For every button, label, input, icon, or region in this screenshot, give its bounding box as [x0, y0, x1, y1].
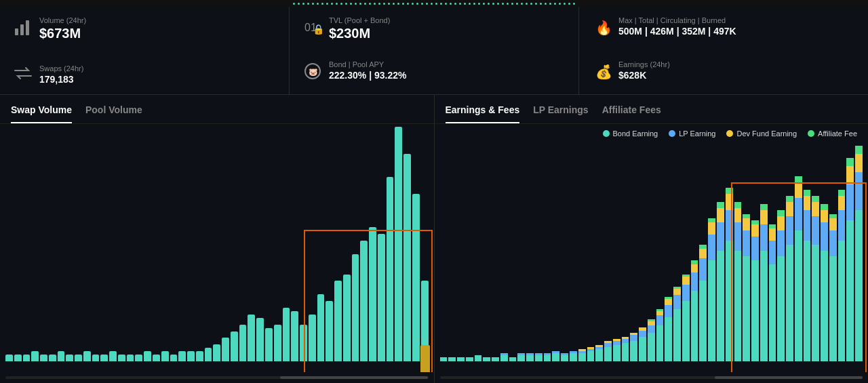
swap-bar	[205, 348, 212, 361]
earnings-bar-column	[622, 337, 629, 361]
tab-pool-volume[interactable]: Pool Volume	[85, 104, 142, 123]
supply-item: 🔥 Max | Total | Circulating | Burned 500…	[593, 16, 854, 41]
earnings-bar-segment	[673, 309, 681, 361]
earnings-bar-column	[708, 218, 715, 361]
earnings-bar-column	[639, 327, 646, 361]
swap-bar	[334, 281, 342, 361]
swap-bar	[170, 355, 178, 361]
tvl-item: 01 🔒 TVL (Pool + Bond) $230M	[303, 16, 565, 41]
swap-bar	[196, 351, 203, 361]
svg-rect-1	[20, 24, 24, 35]
right-scroll-thumb	[715, 376, 863, 379]
right-chart-panel: Earnings & Fees LP Earnings Affiliate Fe…	[435, 95, 869, 383]
earnings-bar-segment	[838, 196, 846, 210]
earnings-bar-column	[769, 224, 776, 361]
swap-bar	[178, 351, 186, 361]
earnings-bar-column	[613, 339, 620, 361]
tab-swap-volume[interactable]: Swap Volume	[11, 104, 72, 123]
earnings-bar-segment	[699, 281, 707, 361]
swap-bar	[412, 194, 420, 361]
earnings-bar-segment	[777, 210, 785, 216]
earnings-bar-column	[673, 287, 681, 361]
earnings-bar-segment	[786, 202, 793, 216]
earnings-bar-segment	[708, 260, 715, 361]
earnings-bar-column	[804, 190, 811, 361]
chart-legend: Bond Earning LP Earning Dev Fund Earning…	[435, 124, 869, 143]
right-scroll-track[interactable]	[440, 376, 863, 379]
earnings-bar-segment	[630, 335, 637, 341]
earnings-bar-segment	[743, 230, 750, 257]
swap-bar	[5, 355, 13, 361]
earnings-bar-column	[483, 357, 490, 361]
earnings-bar-segment	[691, 273, 698, 291]
volume-icon	[14, 18, 33, 41]
earnings-bar-segment	[665, 299, 672, 305]
earnings-bar-column	[517, 353, 525, 361]
earnings-bar-column	[526, 353, 534, 361]
swap-bar	[360, 241, 368, 361]
earnings-bar-column	[821, 204, 828, 361]
earnings-bar-segment	[492, 357, 499, 361]
right-chart-tabs: Earnings & Fees LP Earnings Affiliate Fe…	[435, 95, 869, 124]
swap-bar	[369, 227, 376, 361]
earnings-bar-segment	[682, 301, 690, 361]
bond-label: Bond Earning	[613, 129, 658, 138]
left-scroll-track[interactable]	[5, 376, 429, 379]
svg-rect-2	[26, 20, 29, 35]
swap-bar	[231, 331, 238, 361]
earnings-bar-segment	[795, 230, 802, 361]
earnings-bar-segment	[622, 343, 629, 361]
tab-lp-earnings[interactable]: LP Earnings	[533, 104, 588, 123]
earnings-bar-column	[475, 355, 482, 361]
earnings-bar-segment	[821, 251, 828, 361]
earnings-bar-segment	[448, 357, 456, 361]
tab-earnings-fees[interactable]: Earnings & Fees	[446, 104, 520, 123]
swap-bar	[153, 355, 160, 361]
earnings-bar-column	[509, 357, 517, 361]
earnings-bar-segment	[734, 208, 742, 222]
earnings-bar-segment	[517, 355, 525, 361]
earnings-bar-column	[855, 146, 863, 361]
earnings-bar-segment	[648, 325, 655, 334]
earnings-bar-column	[838, 190, 846, 361]
earnings-bar-column	[846, 158, 854, 361]
earnings-bar-segment	[734, 251, 742, 361]
earnings-bar-column	[587, 347, 595, 361]
earnings-bar-column	[717, 202, 724, 361]
earnings-bar-column	[578, 349, 586, 361]
earnings-bar-segment	[777, 256, 785, 361]
fire-icon: 🔥	[593, 18, 612, 41]
legend-affiliate: Affiliate Fee	[808, 129, 857, 138]
supply-card: 🔥 Max | Total | Circulating | Burned 500…	[579, 7, 868, 94]
earnings-bar-segment	[440, 357, 448, 361]
earnings-bar-column	[544, 353, 551, 361]
earnings-label: Earnings (24hr)	[618, 60, 670, 68]
swap-bar	[395, 127, 402, 361]
swap-bar	[187, 351, 195, 361]
earnings-bar-segment	[829, 230, 837, 257]
earnings-bar-segment	[656, 325, 664, 361]
earnings-bar-column	[699, 245, 707, 361]
earnings-bar-segment	[613, 345, 620, 361]
earnings-bar-segment	[786, 216, 793, 245]
earnings-bar-column	[795, 176, 802, 361]
dev-label: Dev Fund Earning	[736, 129, 797, 138]
earnings-bar-segment	[743, 218, 750, 230]
earnings-bar-segment	[691, 291, 698, 361]
earnings-bar-segment	[475, 355, 482, 361]
earnings-bar-segment	[769, 228, 776, 241]
swap-bars	[5, 127, 429, 361]
tab-affiliate-fees[interactable]: Affiliate Fees	[602, 104, 661, 123]
left-scroll-thumb	[280, 376, 428, 379]
swap-bar	[387, 177, 394, 361]
right-chart-area	[435, 143, 869, 372]
earnings-bar-column	[595, 345, 603, 361]
swap-bar	[109, 351, 117, 361]
swap-bar	[83, 351, 91, 361]
swap-bar	[352, 254, 359, 361]
svg-text:🔥: 🔥	[595, 20, 612, 36]
earnings-bar-segment	[509, 357, 517, 361]
swap-bar	[248, 315, 255, 361]
earnings-bar-segment	[743, 256, 750, 361]
earnings-bar-column	[457, 357, 465, 361]
